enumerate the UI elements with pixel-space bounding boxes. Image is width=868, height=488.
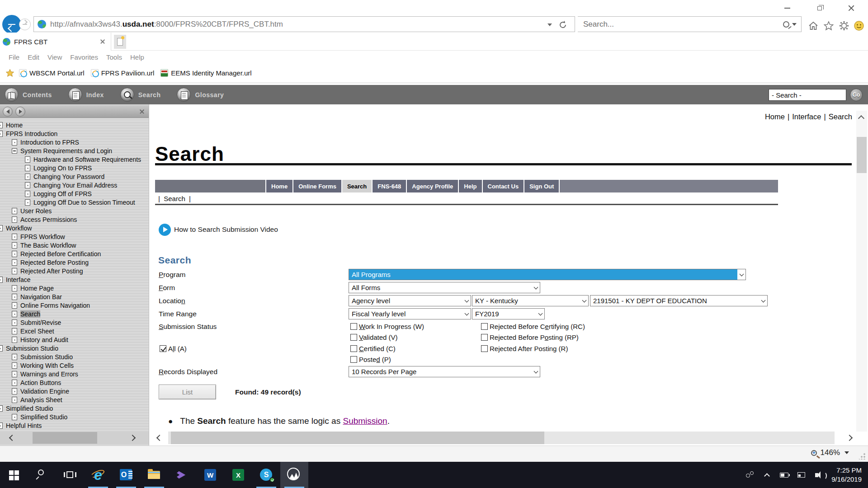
sidebar-horizontal-scrollbar[interactable] [0,432,149,444]
taskbar-app-icon[interactable] [28,462,56,488]
home-icon[interactable] [808,20,819,31]
tree-item[interactable]: Warnings and Errors [0,370,149,378]
checkbox[interactable] [160,345,166,352]
tree-item[interactable]: Submission Studio [0,352,149,361]
nav-button[interactable]: Agency Profile [406,180,458,192]
tree-item[interactable]: Analysis Sheet [0,395,149,404]
scrollbar-track[interactable] [168,432,835,444]
tree-item[interactable]: User Roles [0,206,149,215]
tree-item[interactable]: Logging Off of FPRS [0,189,149,198]
scroll-left-icon[interactable] [9,435,15,441]
cbt-toolbar-button[interactable]: Contents [5,88,52,102]
tree-item[interactable]: Home Page [0,284,149,292]
tree-item[interactable]: Submission Studio [0,344,149,352]
taskbar-app-icon[interactable]: W [196,462,224,488]
zoom-control[interactable]: 146% [811,448,849,457]
tree-item[interactable]: Interface [0,275,149,284]
tree-item[interactable]: Home [0,121,149,129]
tree-item[interactable]: Changing Your Password [0,172,149,181]
cbt-toolbar-button[interactable]: Index [68,88,104,102]
favorites-bar-star-icon[interactable] [5,69,14,78]
tab-fprs-cbt[interactable]: FPRS CBT [0,33,111,51]
fiscal-year-select[interactable]: FY2019 [472,308,545,319]
nav-button[interactable]: Search [341,180,372,192]
browser-search-box[interactable] [578,16,802,32]
breadcrumb-item[interactable]: | [824,113,826,121]
tree-item[interactable]: Working With Cells [0,361,149,370]
scrollbar-thumb[interactable] [857,137,867,173]
search-icon[interactable] [783,21,789,28]
form-select[interactable]: All Forms [349,282,540,293]
scroll-up-icon[interactable] [858,115,864,122]
status-checkbox-row[interactable]: Rejected After Posting (R) [481,343,585,354]
clock[interactable]: 7:25 PM 9/16/2019 [827,466,868,484]
breadcrumb-item[interactable]: Search [829,113,852,121]
sidebar-back-button[interactable] [3,107,13,117]
submission-link[interactable]: Submission [343,416,387,426]
nav-button[interactable]: Home [265,180,292,192]
all-checkbox[interactable]: All (A) [160,343,187,354]
taskbar-app-icon[interactable] [140,462,168,488]
cbt-search-input[interactable] [769,89,846,101]
favorites-bar-item[interactable]: WBSCM Portal.url [19,69,85,77]
breadcrumb-item[interactable]: | [788,113,789,121]
scroll-right-icon[interactable] [129,435,136,441]
tab-close-icon[interactable] [100,39,105,44]
records-per-page-select[interactable]: 10 Records Per Page [349,366,540,377]
search-dropdown-icon[interactable] [792,23,797,26]
tree-item[interactable]: Action Buttons [0,378,149,387]
taskbar-app-icon[interactable] [56,462,84,488]
content-horizontal-scrollbar[interactable] [154,432,854,444]
nav-button[interactable]: Sign Out [524,180,559,192]
list-button[interactable]: List [159,385,216,399]
sidebar-forward-button[interactable] [15,107,25,117]
network-icon[interactable] [793,462,810,488]
breadcrumb-item[interactable]: Interface [792,113,821,121]
program-select[interactable]: All Programs [349,269,746,280]
address-bar[interactable]: http://afnvaalx3ws43.usda.net:8000/FPRS%… [33,16,575,32]
status-checkbox-row[interactable]: Certified (C) [350,343,424,354]
cbt-toolbar-button[interactable]: Glossary [177,88,224,102]
tree-item[interactable]: Validation Engine [0,387,149,395]
checkbox[interactable] [350,334,357,341]
favorites-bar-item[interactable]: FPRS Pavilion.url [91,69,155,77]
checkbox[interactable] [350,323,357,330]
tree-item[interactable]: Simplified Studio [0,413,149,421]
tree-item[interactable]: Access Permissions [0,215,149,224]
favorites-bar-item[interactable]: EEMS Identity Manager.url [160,69,251,77]
content-vertical-scrollbar[interactable] [856,111,867,432]
tree-item[interactable]: Changing Your Email Address [0,181,149,189]
taskbar-app-icon[interactable] [168,462,196,488]
taskbar-app-icon[interactable]: e [84,462,112,488]
tree-item[interactable]: FPRS Workflow [0,232,149,241]
people-icon[interactable] [741,462,758,488]
location-state-select[interactable]: KY - Kentucky [472,295,589,306]
menu-item[interactable]: View [43,53,66,61]
sidebar-close-icon[interactable] [139,109,145,114]
menu-item[interactable]: File [5,53,24,61]
play-video-icon[interactable] [159,224,171,236]
menu-item[interactable]: Favorites [66,53,102,61]
tree-item[interactable]: Online Forms Navigation [0,301,149,310]
breadcrumb-item[interactable]: Home [765,113,785,121]
tree-item[interactable]: Rejected After Posting [0,267,149,275]
favorites-star-icon[interactable] [823,20,834,31]
zoom-dropdown-icon[interactable] [844,451,849,454]
menu-item[interactable]: Edit [24,53,43,61]
go-button[interactable]: Go [850,89,863,101]
video-link-row[interactable]: How to Search Submission Video [159,223,278,236]
tree-item[interactable]: Logging On to FPRS [0,164,149,172]
status-checkbox-row[interactable]: Work In Progress (W) [350,321,424,332]
tree-item[interactable]: The Basic Workflow [0,241,149,249]
taskbar-app-icon[interactable]: S [252,462,280,488]
tree-item[interactable]: Search [0,310,149,318]
menu-item[interactable]: Help [126,53,148,61]
feedback-smiley-icon[interactable] [854,20,864,31]
tree-item[interactable]: Simplified Studio [0,404,149,413]
settings-gear-icon[interactable] [839,20,849,31]
tree-item[interactable]: Excel Sheet [0,327,149,335]
checkbox[interactable] [481,323,488,330]
taskbar-app-icon[interactable]: X [224,462,252,488]
status-checkbox-row[interactable]: Rejected Before Certifying (RC) [481,321,585,332]
tree-item[interactable]: Rejected Before Posting [0,258,149,267]
